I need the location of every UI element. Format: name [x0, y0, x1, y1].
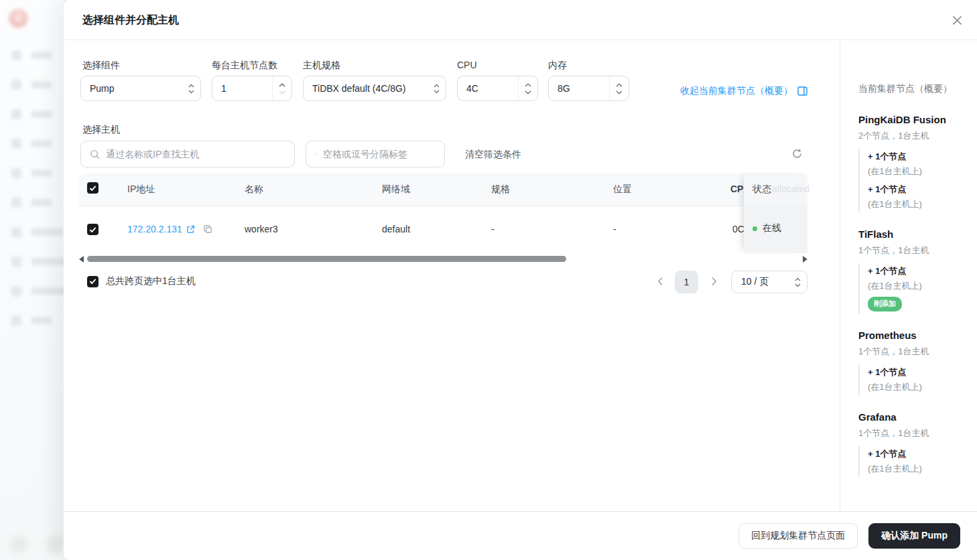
- group-name: Prometheus: [858, 330, 968, 341]
- status-fixed-column: allocated 状态 在线: [744, 173, 807, 253]
- app-logo: [9, 9, 27, 27]
- blurred-menu-item: [11, 286, 69, 296]
- memory-input[interactable]: 8G: [548, 76, 629, 101]
- selection-summary-checkbox[interactable]: [87, 276, 99, 287]
- dialog-body: 选择组件 每台主机节点数 主机规格 CPU 内存 Pump 1 TiDBX de…: [64, 40, 977, 511]
- check-icon: [89, 278, 96, 285]
- addition-host: (在1台主机上): [868, 165, 922, 178]
- host-location: -: [613, 224, 616, 234]
- confirm-add-button[interactable]: 确认添加 Pump: [868, 523, 960, 549]
- host-name: worker3: [245, 224, 278, 234]
- cpu-input[interactable]: 4C: [457, 76, 538, 101]
- cpu-value: 4C: [458, 83, 518, 94]
- memory-value: 8G: [549, 83, 609, 94]
- status-header-cell: allocated 状态: [744, 173, 807, 206]
- number-stepper[interactable]: [609, 76, 629, 100]
- dialog-title: 选择组件并分配主机: [82, 13, 179, 27]
- row-checkbox[interactable]: [87, 224, 99, 235]
- component-select[interactable]: Pump: [80, 76, 201, 101]
- group-name: PingKaiDB Fusion: [858, 114, 968, 125]
- prev-page-icon[interactable]: [657, 277, 663, 286]
- col-name: 名称: [245, 184, 263, 196]
- chevron-updown-icon: [788, 277, 807, 287]
- dialog-footer: 回到规划集群节点页面 确认添加 Pump: [64, 511, 977, 560]
- tag-filter-input[interactable]: [323, 149, 444, 159]
- col-location: 位置: [613, 184, 632, 196]
- stepper-down-icon: [525, 90, 531, 94]
- host-row[interactable]: 172.20.2.131 worker3 default - - 0C: [79, 206, 807, 253]
- col-network: 网络域: [382, 184, 410, 196]
- select-host-label: 选择主机: [82, 124, 120, 136]
- clear-filters-button[interactable]: 清空筛选条件: [465, 149, 521, 161]
- tag-filter-box: [306, 141, 445, 167]
- collapse-summary-label: 收起当前集群节点（概要）: [680, 85, 793, 97]
- hosts-table-header: IP地址 名称 网络域 规格 位置 CP: [79, 173, 807, 206]
- nodes-per-host-label: 每台主机节点数: [212, 60, 277, 72]
- host-spec-select[interactable]: TiDBX default (4C/8G): [303, 76, 446, 101]
- selection-summary-row: 总共跨页选中1台主机: [87, 275, 196, 287]
- host-search-input[interactable]: [106, 149, 294, 159]
- summary-title: 当前集群节点（概要）: [858, 83, 968, 95]
- addition-node: + 1个节点: [868, 265, 906, 277]
- blurred-menu-item: [11, 198, 52, 208]
- group-additions: + 1个节点 (在1台主机上): [858, 364, 968, 395]
- group-subtitle: 2个节点，1台主机: [858, 130, 968, 142]
- group-subtitle: 1个节点，1台主机: [858, 346, 968, 358]
- page-size-value: 10 / 页: [732, 276, 788, 288]
- host-status: 在线: [763, 222, 781, 234]
- select-all-checkbox[interactable]: [87, 182, 99, 194]
- group-name: TiFlash: [858, 228, 968, 240]
- group-additions: + 1个节点 (在1台主机上): [858, 446, 968, 477]
- addition-host: (在1台主机上): [868, 280, 922, 292]
- group-name: Grafana: [858, 411, 968, 423]
- addition-node: + 1个节点: [868, 448, 906, 460]
- nodes-per-host-value: 1: [212, 83, 272, 94]
- blurred-menu-item: [11, 227, 62, 237]
- just-added-badge: 刚添加: [868, 297, 902, 311]
- cluster-summary-panel: 当前集群节点（概要） PingKaiDB Fusion 2个节点，1台主机 + …: [840, 40, 977, 511]
- host-network: default: [382, 224, 410, 234]
- back-to-plan-button[interactable]: 回到规划集群节点页面: [738, 523, 858, 549]
- scrollbar-thumb[interactable]: [87, 256, 566, 262]
- nodes-per-host-input[interactable]: 1: [212, 76, 292, 101]
- scroll-right-icon[interactable]: [803, 256, 807, 263]
- number-stepper[interactable]: [518, 76, 537, 100]
- addition-node: + 1个节点: [868, 151, 906, 163]
- number-stepper[interactable]: [272, 76, 291, 100]
- blurred-menu-item: [11, 316, 52, 326]
- copy-icon[interactable]: [203, 224, 212, 234]
- addition-host: (在1台主机上): [868, 198, 922, 210]
- host-spec-select-value: TiDBX default (4C/8G): [304, 83, 427, 94]
- page-size-select[interactable]: 10 / 页: [731, 271, 807, 293]
- host-cpu: 0C: [732, 224, 744, 234]
- stepper-down-icon: [616, 90, 623, 94]
- host-ip-link[interactable]: 172.20.2.131: [127, 224, 182, 234]
- col-spec: 规格: [491, 184, 510, 196]
- blurred-menu-item: [11, 80, 52, 90]
- cpu-label: CPU: [457, 60, 477, 70]
- host-search-box: [80, 141, 295, 167]
- scroll-left-icon[interactable]: [79, 256, 84, 263]
- page-number-button[interactable]: 1: [675, 271, 698, 293]
- blurred-menu-item: [11, 257, 69, 267]
- ghost-header-text: allocated: [772, 184, 809, 194]
- assign-host-dialog: 选择组件并分配主机 选择组件 每台主机节点数 主机规格 CPU 内存 Pump …: [64, 0, 977, 560]
- blurred-menu-item: [11, 50, 52, 60]
- stepper-up-icon: [279, 83, 285, 87]
- component-select-value: Pump: [81, 83, 182, 94]
- next-page-icon[interactable]: [711, 277, 717, 286]
- group-additions: + 1个节点 (在1台主机上) 刚添加: [858, 263, 968, 313]
- refresh-icon[interactable]: [791, 148, 803, 160]
- selection-summary-text: 总共跨页选中1台主机: [106, 275, 196, 287]
- component-label: 选择组件: [82, 60, 120, 72]
- status-cell: 在线: [744, 206, 807, 253]
- tag-icon: [315, 149, 317, 159]
- chevron-updown-icon: [427, 84, 446, 94]
- blurred-footer-item: [47, 536, 64, 553]
- external-link-icon[interactable]: [186, 225, 195, 234]
- close-icon[interactable]: [948, 11, 966, 29]
- status-online-dot: [753, 226, 757, 231]
- table-horizontal-scrollbar[interactable]: [79, 255, 807, 264]
- group-additions: + 1个节点 (在1台主机上) + 1个节点 (在1台主机上): [858, 149, 968, 212]
- collapse-summary-link[interactable]: 收起当前集群节点（概要）: [680, 85, 807, 97]
